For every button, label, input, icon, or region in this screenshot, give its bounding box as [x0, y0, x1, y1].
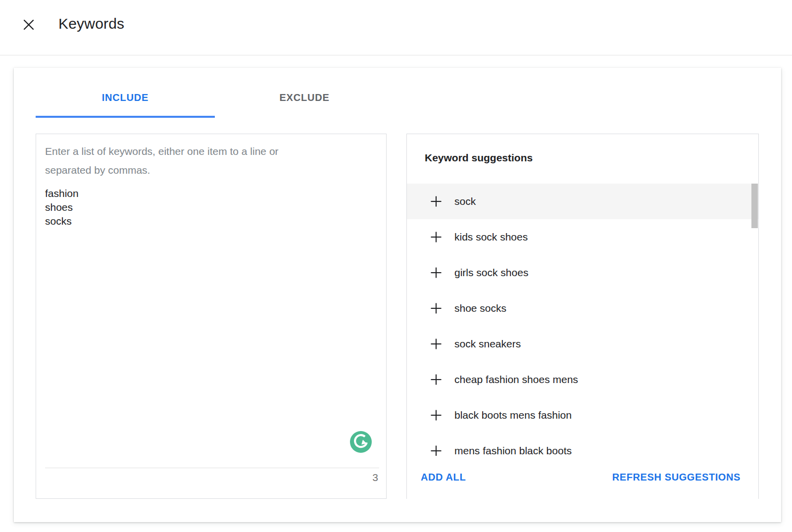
- suggestions-list: sock kids sock shoes girls sock shoes sh…: [407, 184, 758, 456]
- hint-line: Enter a list of keywords, either one ite…: [45, 142, 279, 161]
- suggestion-label: mens fashion black boots: [454, 445, 572, 456]
- keyword-suggestions-panel: Keyword suggestions sock kids sock shoes…: [406, 134, 759, 499]
- grammarly-icon: [350, 431, 372, 453]
- keyword-input-area[interactable]: Enter a list of keywords, either one ite…: [36, 134, 387, 499]
- suggestion-row[interactable]: girls sock shoes: [407, 255, 758, 290]
- hint-line: separated by commas.: [45, 161, 279, 180]
- close-icon: [22, 18, 36, 32]
- keyword-line: socks: [45, 214, 79, 228]
- suggestion-row[interactable]: mens fashion black boots: [407, 433, 758, 456]
- suggestion-row[interactable]: kids sock shoes: [407, 219, 758, 255]
- refresh-suggestions-button[interactable]: REFRESH SUGGESTIONS: [612, 472, 741, 483]
- add-keyword-plus-icon[interactable]: [430, 444, 443, 456]
- suggestion-label: shoe socks: [454, 302, 506, 314]
- entered-keywords: fashionshoessocks: [45, 187, 79, 228]
- add-keyword-plus-icon[interactable]: [430, 231, 443, 243]
- active-tab-underline: [36, 116, 215, 118]
- suggestion-label: cheap fashion shoes mens: [454, 374, 578, 386]
- grammarly-widget[interactable]: [350, 431, 372, 453]
- suggestions-footer: ADD ALL REFRESH SUGGESTIONS: [407, 456, 758, 499]
- add-all-button[interactable]: ADD ALL: [421, 472, 466, 483]
- suggestion-label: sock: [454, 195, 476, 207]
- suggestions-title: Keyword suggestions: [425, 152, 533, 164]
- keywords-dialog: Keywords INCLUDE EXCLUDE Enter a list of…: [0, 0, 792, 532]
- add-keyword-plus-icon[interactable]: [430, 373, 443, 386]
- suggestion-label: girls sock shoes: [454, 267, 528, 279]
- add-keyword-plus-icon[interactable]: [430, 195, 443, 208]
- add-keyword-plus-icon[interactable]: [430, 266, 443, 279]
- suggestion-label: black boots mens fashion: [454, 409, 572, 421]
- keyword-line: shoes: [45, 200, 79, 214]
- include-exclude-tabs: INCLUDE EXCLUDE: [36, 87, 394, 108]
- keyword-input-hint: Enter a list of keywords, either one ite…: [45, 142, 279, 180]
- keyword-line: fashion: [45, 187, 79, 200]
- tab-include[interactable]: INCLUDE: [36, 87, 215, 108]
- suggestion-row[interactable]: shoe socks: [407, 290, 758, 326]
- keywords-card: INCLUDE EXCLUDE Enter a list of keywords…: [14, 68, 781, 522]
- add-keyword-plus-icon[interactable]: [430, 409, 443, 422]
- suggestion-label: sock sneakers: [454, 338, 521, 350]
- suggestion-row[interactable]: sock sneakers: [407, 326, 758, 362]
- close-button[interactable]: [21, 17, 37, 33]
- add-keyword-plus-icon[interactable]: [430, 302, 443, 315]
- page-title: Keywords: [58, 15, 124, 32]
- suggestion-label: kids sock shoes: [454, 231, 528, 243]
- suggestion-row[interactable]: sock: [407, 184, 758, 219]
- add-keyword-plus-icon[interactable]: [430, 338, 443, 350]
- scrollbar-thumb[interactable]: [751, 184, 758, 228]
- tab-exclude[interactable]: EXCLUDE: [215, 87, 394, 108]
- dialog-header: Keywords: [0, 0, 792, 55]
- count-divider: [45, 468, 379, 468]
- suggestion-row[interactable]: black boots mens fashion: [407, 397, 758, 433]
- suggestion-row[interactable]: cheap fashion shoes mens: [407, 362, 758, 397]
- keyword-count: 3: [372, 472, 378, 484]
